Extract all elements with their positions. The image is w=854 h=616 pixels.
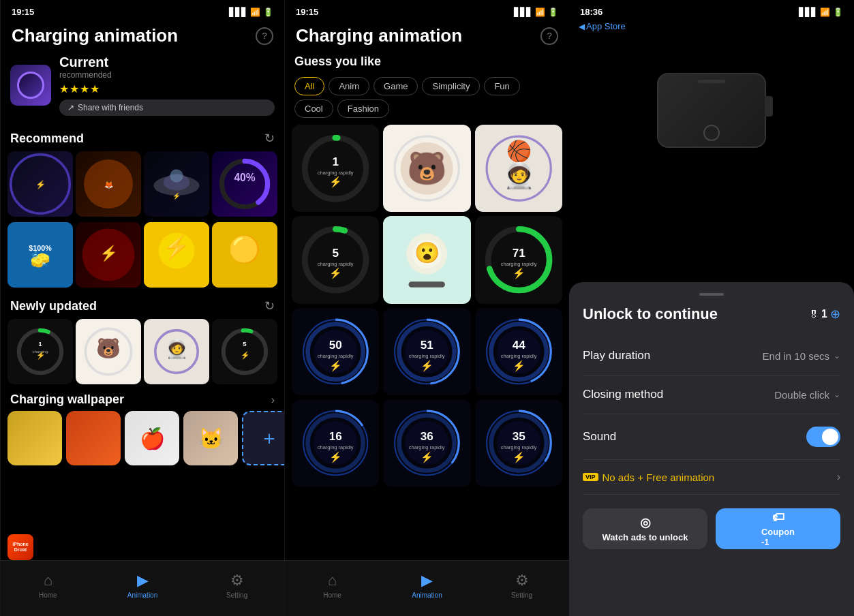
cell-11[interactable]: 36 charging rapidly ⚡ xyxy=(383,399,470,487)
signal-icon-3: ▋▋▋ xyxy=(799,7,817,17)
svg-text:51: 51 xyxy=(421,339,434,352)
filter-fun[interactable]: Fun xyxy=(484,77,519,95)
battery-icon-2: 🔋 xyxy=(548,7,558,17)
refresh-newly-icon[interactable]: ↻ xyxy=(264,298,275,313)
svg-text:1: 1 xyxy=(38,340,42,348)
play-duration-value[interactable]: End in 10 secs ⌄ xyxy=(763,350,840,362)
badge-plus[interactable]: ⊕ xyxy=(830,307,840,322)
vip-row[interactable]: VIP No ads + Free animation › xyxy=(583,460,840,495)
recommend-item-6[interactable]: ⚡ xyxy=(76,222,141,288)
cell-4[interactable]: 5 charging rapidly ⚡ xyxy=(292,216,379,303)
modal-handle xyxy=(699,293,724,296)
filter-anim[interactable]: Anim xyxy=(329,77,369,95)
svg-text:⚡: ⚡ xyxy=(512,451,525,463)
wallpaper-title: Charging wallpaper xyxy=(10,392,124,407)
svg-text:charging rapidly: charging rapidly xyxy=(500,353,536,359)
filter-tabs: All Anim Game Simplicity Fun Cool Fashio… xyxy=(285,73,569,125)
current-thumbnail[interactable] xyxy=(10,65,51,106)
wifi-icon: 📶 xyxy=(250,7,260,17)
recommend-item-5[interactable]: $100%🧽 xyxy=(7,222,73,288)
nav-setting-2[interactable]: ⚙ Setting xyxy=(474,561,569,616)
current-section: Current recommended ★★★★ ↗ Share with fr… xyxy=(10,55,275,116)
add-wallpaper-button[interactable]: ＋ xyxy=(242,411,284,465)
action-buttons: ◎ Watch ads to unlock 🏷 Coupon -1 xyxy=(583,508,840,549)
battery-icon-3: 🔋 xyxy=(833,7,843,17)
wallpaper-header: Charging wallpaper › xyxy=(1,388,284,411)
status-icons-1: ▋▋▋ 📶 🔋 xyxy=(229,7,273,17)
guess-label: Guess you like xyxy=(285,55,569,73)
newly-item-1[interactable]: 1 charging ⚡ xyxy=(7,319,73,384)
cell-6[interactable]: 71 charging rapidly ⚡ xyxy=(475,216,562,303)
wallpaper-4[interactable]: 🐱 xyxy=(183,411,238,465)
closing-method-label: Closing method xyxy=(583,388,663,401)
svg-text:35: 35 xyxy=(512,430,525,443)
share-icon: ↗ xyxy=(67,103,74,112)
recommend-item-3[interactable]: ⚡ xyxy=(144,151,209,217)
recommend-item-1[interactable]: ⚡ xyxy=(7,151,73,217)
filter-all[interactable]: All xyxy=(294,77,324,95)
cell-2[interactable]: 🐻 xyxy=(383,125,470,212)
help-button-2[interactable]: ? xyxy=(540,27,558,45)
iphone-droid-badge: iPhoneDroid xyxy=(7,534,33,560)
page-title-2: Charging animation xyxy=(296,25,462,46)
coupon-button[interactable]: 🏷 Coupon -1 xyxy=(716,508,840,549)
svg-text:⚡: ⚡ xyxy=(35,179,46,189)
recommend-item-2[interactable]: 🦊 xyxy=(76,151,141,217)
wallpaper-1[interactable] xyxy=(7,411,62,465)
stars: ★★★★ xyxy=(59,82,275,95)
newly-item-2[interactable]: 🐻 xyxy=(76,319,141,384)
svg-text:⚡: ⚡ xyxy=(329,451,342,463)
wallpaper-3[interactable]: 🍎 xyxy=(125,411,179,465)
modal-badge: 🎖 1 ⊕ xyxy=(808,307,840,322)
filter-game[interactable]: Game xyxy=(373,77,418,95)
nav-animation-2[interactable]: ▶ Animation xyxy=(380,561,474,616)
filter-cool[interactable]: Cool xyxy=(294,99,333,118)
newly-item-4[interactable]: 5 ⚡ xyxy=(212,319,277,384)
svg-text:71: 71 xyxy=(512,247,525,260)
appstore-bar[interactable]: App Store xyxy=(569,20,854,35)
svg-text:🏀: 🏀 xyxy=(506,139,532,164)
play-duration-label: Play duration xyxy=(583,349,650,363)
sound-toggle[interactable] xyxy=(806,427,840,447)
refresh-icon[interactable]: ↻ xyxy=(264,131,275,146)
svg-text:5: 5 xyxy=(243,340,247,348)
svg-text:🧽: 🧽 xyxy=(30,249,50,269)
watch-ads-icon: ◎ xyxy=(640,515,651,530)
home-icon: ⌂ xyxy=(44,572,52,589)
play-duration-row: Play duration End in 10 secs ⌄ xyxy=(583,337,840,375)
cell-12[interactable]: 35 charging rapidly ⚡ xyxy=(475,399,562,487)
closing-method-value[interactable]: Double click ⌄ xyxy=(774,389,840,401)
svg-text:charging rapidly: charging rapidly xyxy=(409,444,445,450)
recommend-item-7[interactable]: ⚡ xyxy=(144,222,209,288)
nav-home-1[interactable]: ⌂ Home xyxy=(1,561,95,616)
panel-1: 19:15 ▋▋▋ 📶 🔋 Charging animation ? Curre… xyxy=(0,0,285,616)
cell-10[interactable]: 16 charging rapidly ⚡ xyxy=(292,399,379,487)
animation-icon: ▶ xyxy=(137,572,149,589)
filter-simplicity[interactable]: Simplicity xyxy=(422,77,480,95)
svg-text:⚡: ⚡ xyxy=(512,267,525,279)
closing-method-row: Closing method Double click ⌄ xyxy=(583,375,840,414)
cell-5[interactable]: 😮 xyxy=(383,216,470,303)
recommend-item-4[interactable]: 40% xyxy=(212,151,277,217)
recommend-item-8[interactable]: 🟡 xyxy=(212,222,277,288)
wallpaper-2[interactable] xyxy=(66,411,121,465)
cell-3[interactable]: 🏀 🧑‍🚀 xyxy=(475,125,562,212)
status-bar-3: 18:36 ▋▋▋ 📶 🔋 xyxy=(569,0,854,20)
svg-text:⚡: ⚡ xyxy=(329,176,342,188)
cell-8[interactable]: 51 charging rapidly ⚡ xyxy=(383,308,470,395)
newly-title: Newly updated xyxy=(10,299,97,313)
cell-1[interactable]: 1 charging rapidly ⚡ xyxy=(292,125,379,212)
nav-home-2[interactable]: ⌂ Home xyxy=(285,561,380,616)
share-button[interactable]: ↗ Share with friends xyxy=(59,99,275,116)
watch-ads-button[interactable]: ◎ Watch ads to unlock xyxy=(583,508,707,549)
arrow-right-icon[interactable]: › xyxy=(271,394,275,406)
cell-9[interactable]: 44 charging rapidly ⚡ xyxy=(475,308,562,395)
nav-setting-1[interactable]: ⚙ Setting xyxy=(189,561,284,616)
nav-animation-1[interactable]: ▶ Animation xyxy=(95,561,190,616)
cell-7[interactable]: 50 charging rapidly ⚡ xyxy=(292,308,379,395)
filter-fashion[interactable]: Fashion xyxy=(337,99,389,118)
help-button-1[interactable]: ? xyxy=(256,27,273,45)
current-label: Current xyxy=(59,55,275,70)
newly-item-3[interactable]: 🧑‍🚀 xyxy=(144,319,209,384)
svg-text:⚡: ⚡ xyxy=(421,359,433,371)
